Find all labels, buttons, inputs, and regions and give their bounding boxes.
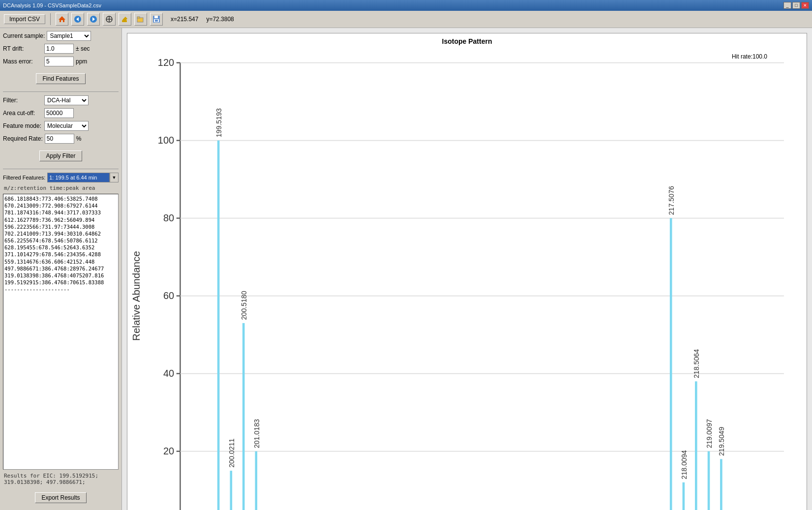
home-icon-button[interactable] [56, 13, 68, 26]
filter-select[interactable]: DCA-Hal [44, 95, 89, 105]
chart-title: Isotope Pattern [127, 33, 807, 47]
y-coord: y=72.3808 [206, 16, 234, 23]
content-area: Current sample: Sample1 RT drift: ± sec … [0, 28, 812, 510]
filter-row: Filter: DCA-Hal [3, 95, 119, 105]
filtered-features-dropdown-button[interactable]: ▼ [110, 173, 119, 182]
svg-rect-13 [154, 16, 158, 18]
filtered-features-value[interactable]: 1: 199.5 at 6.44 min [47, 173, 110, 182]
svg-text:20: 20 [163, 446, 174, 456]
chart-area: Isotope Pattern Hit rate:100.0 020406080… [122, 28, 812, 510]
back-icon [74, 15, 82, 23]
current-sample-label: Current sample: [3, 32, 45, 39]
coord-display: x=215.547 y=72.3808 [171, 16, 234, 23]
title-bar: DCAnalysis 1.09 - CSVSampleData2.csv _ □… [0, 0, 812, 11]
data-list-area[interactable]: 686.1818843:773.406:53825.7408670.241300… [3, 194, 119, 470]
svg-rect-55 [242, 323, 245, 510]
required-rate-input[interactable] [45, 134, 74, 144]
svg-text:217.5076: 217.5076 [668, 186, 676, 215]
svg-text:100: 100 [158, 135, 174, 146]
chart-svg: 020406080100120200205210215220Relative A… [127, 47, 807, 510]
feature-mode-label: Feature mode: [3, 122, 42, 129]
save-icon-button[interactable] [150, 13, 163, 26]
filtered-features-control: 1: 199.5 at 6.44 min ▼ [47, 173, 119, 182]
forward-icon-button[interactable] [87, 13, 100, 26]
svg-text:219.0097: 219.0097 [705, 419, 713, 448]
import-csv-button[interactable]: Import CSV [4, 14, 45, 24]
main-container: Import CSV [0, 11, 812, 510]
svg-text:201.0183: 201.0183 [253, 419, 261, 448]
feature-mode-select[interactable]: Molecular [44, 121, 89, 131]
minimize-button[interactable]: _ [783, 2, 791, 9]
crosshair-icon-button[interactable] [103, 13, 116, 26]
left-panel: Current sample: Sample1 RT drift: ± sec … [0, 28, 122, 510]
hit-rate: Hit rate:100.0 [732, 53, 767, 60]
svg-rect-57 [255, 451, 257, 510]
edit-icon [121, 15, 129, 23]
feature-mode-row: Feature mode: Molecular [3, 121, 119, 131]
current-sample-select[interactable]: Sample1 [47, 31, 91, 41]
area-cutoff-input[interactable] [44, 108, 74, 118]
rt-drift-row: RT drift: ± sec [3, 44, 119, 54]
svg-rect-15 [155, 20, 158, 22]
rt-drift-label: RT drift: [3, 45, 42, 52]
svg-rect-61 [683, 482, 685, 510]
crosshair-icon [105, 15, 113, 23]
svg-text:120: 120 [158, 57, 174, 68]
apply-filter-button[interactable]: Apply Filter [39, 150, 82, 161]
svg-marker-0 [59, 16, 65, 22]
find-features-container: Find Features [3, 71, 119, 86]
open-icon [137, 15, 145, 23]
svg-rect-67 [720, 459, 722, 510]
save-icon [152, 15, 160, 23]
toolbar: Import CSV [0, 11, 812, 28]
rt-drift-input[interactable] [44, 44, 74, 54]
svg-rect-11 [137, 17, 140, 18]
open-icon-button[interactable] [134, 13, 147, 26]
svg-text:219.5049: 219.5049 [718, 427, 726, 456]
toolbar-separator [50, 13, 51, 25]
mass-error-row: Mass error: ppm [3, 57, 119, 66]
window-title: DCAnalysis 1.09 - CSVSampleData2.csv [3, 2, 101, 8]
forward-icon [90, 15, 97, 23]
required-rate-label: Required Rate: [3, 135, 43, 142]
rt-drift-unit: ± sec [76, 45, 90, 52]
home-icon [58, 15, 66, 23]
svg-rect-59 [670, 218, 672, 510]
divider2 [3, 169, 119, 169]
chart-container: Isotope Pattern Hit rate:100.0 020406080… [127, 33, 807, 510]
svg-rect-65 [708, 451, 710, 510]
svg-rect-51 [217, 141, 220, 510]
required-rate-row: Required Rate: % [3, 134, 119, 144]
mass-error-unit: ppm [76, 58, 87, 65]
export-results-button[interactable]: Export Results [35, 492, 86, 503]
title-bar-buttons: _ □ ✕ [783, 2, 809, 9]
close-button[interactable]: ✕ [801, 2, 809, 9]
area-cutoff-row: Area cut-off: [3, 108, 119, 118]
area-cutoff-label: Area cut-off: [3, 110, 42, 117]
filtered-features-label: Filtered Features: [3, 175, 45, 180]
x-coord: x=215.547 [171, 16, 198, 23]
apply-filter-container: Apply Filter [3, 149, 119, 163]
find-features-button[interactable]: Find Features [36, 73, 85, 84]
maximize-button[interactable]: □ [792, 2, 800, 9]
svg-text:80: 80 [163, 212, 174, 223]
svg-text:218.5064: 218.5064 [693, 349, 701, 378]
svg-rect-53 [230, 471, 232, 510]
svg-text:60: 60 [163, 290, 174, 301]
mass-error-input[interactable] [44, 57, 74, 66]
required-rate-unit: % [76, 135, 82, 142]
svg-text:40: 40 [163, 368, 174, 379]
back-icon-button[interactable] [71, 13, 84, 26]
edit-icon-button[interactable] [119, 13, 131, 26]
svg-text:Relative Abundance: Relative Abundance [131, 251, 142, 341]
svg-text:218.0094: 218.0094 [680, 450, 688, 479]
mass-error-label: Mass error: [3, 58, 42, 65]
filtered-features-row: Filtered Features: 1: 199.5 at 6.44 min … [3, 173, 119, 182]
results-info: Results for EIC: 199.5192915; 319.013839… [3, 472, 119, 486]
current-sample-row: Current sample: Sample1 [3, 31, 119, 41]
filter-label: Filter: [3, 97, 42, 104]
svg-text:200.5180: 200.5180 [241, 291, 248, 320]
data-list-header: m/z:retention time:peak area [3, 184, 119, 192]
divider1 [3, 91, 119, 92]
svg-text:199.5193: 199.5193 [215, 108, 223, 137]
